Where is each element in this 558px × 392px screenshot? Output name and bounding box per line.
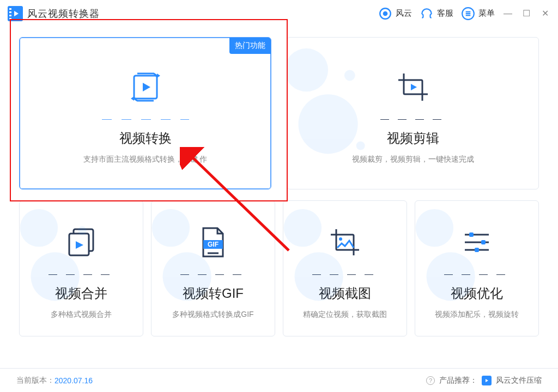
version-label: 当前版本： <box>16 376 54 385</box>
svg-point-12 <box>344 70 355 81</box>
recommend-link[interactable]: 风云文件压缩 <box>496 376 542 385</box>
menu-list-icon <box>461 7 475 21</box>
card-video-gif[interactable]: GIF 视频转GIF 多种视频格式转换成GIF <box>151 200 275 336</box>
decorative-bg <box>283 201 376 336</box>
footer: 当前版本： 2020.07.16 ? 产品推荐： 风云文件压缩 <box>0 368 558 392</box>
close-button[interactable]: ✕ <box>539 8 550 19</box>
card-desc: 支持市面主流视频格式转换，一键 作 <box>83 155 208 164</box>
card-video-optimize[interactable]: 视频优化 视频添加配乐，视频旋转 <box>415 200 539 336</box>
svg-point-1 <box>383 11 388 16</box>
menu-link[interactable]: 菜单 <box>461 7 495 21</box>
hot-badge: 热门功能 <box>229 38 271 54</box>
svg-marker-8 <box>157 74 160 78</box>
svg-marker-9 <box>131 96 134 101</box>
card-title: 视频剪辑 <box>387 130 439 147</box>
decorative-bg <box>151 201 244 336</box>
recommend-logo-icon <box>482 376 492 385</box>
edit-icon <box>394 63 432 112</box>
recommend-label: 产品推荐： <box>439 376 477 385</box>
help-icon[interactable]: ? <box>426 376 435 385</box>
svg-marker-15 <box>411 84 417 90</box>
svg-point-32 <box>427 252 475 301</box>
decorative-bg <box>415 201 508 336</box>
card-video-convert[interactable]: 热门功能 视频转换 支持市面主流视频格式转换，一键 作 <box>19 37 271 189</box>
support-label: 客服 <box>437 8 453 19</box>
app-title: 风云视频转换器 <box>27 7 100 20</box>
svg-point-17 <box>31 252 80 301</box>
svg-point-16 <box>20 209 58 247</box>
card-video-edit[interactable]: 视频剪辑 视频裁剪，视频剪辑，一键快速完成 <box>287 37 539 189</box>
menu-label: 菜单 <box>478 8 495 19</box>
svg-point-23 <box>163 252 211 301</box>
divider <box>102 119 189 120</box>
convert-icon <box>126 63 165 112</box>
decorative-bg <box>287 38 380 189</box>
support-link[interactable]: 客服 <box>420 7 453 21</box>
svg-point-28 <box>295 252 343 301</box>
svg-point-11 <box>298 94 357 154</box>
svg-point-13 <box>356 142 365 150</box>
svg-point-31 <box>416 209 453 247</box>
titlebar: 风云视频转换器 风云 客服 菜单 — ☐ ✕ <box>0 0 558 27</box>
brand-label: 风云 <box>396 8 412 19</box>
maximize-button[interactable]: ☐ <box>521 8 532 19</box>
decorative-bg <box>20 201 112 336</box>
card-video-screenshot[interactable]: 视频截图 精确定位视频，获取截图 <box>283 200 407 336</box>
svg-point-22 <box>152 209 190 247</box>
main-content: 热门功能 视频转换 支持市面主流视频格式转换，一键 作 <box>0 27 558 342</box>
headset-icon <box>420 7 434 21</box>
svg-point-18 <box>78 226 87 235</box>
version-value: 2020.07.16 <box>54 376 93 385</box>
svg-point-27 <box>284 209 322 247</box>
app-logo-icon <box>8 6 23 21</box>
card-video-merge[interactable]: 视频合并 多种格式视频合并 <box>19 200 143 336</box>
svg-marker-7 <box>143 83 150 91</box>
svg-point-10 <box>287 48 328 91</box>
minimize-button[interactable]: — <box>502 8 513 19</box>
target-icon <box>378 7 392 21</box>
brand-link[interactable]: 风云 <box>378 7 412 21</box>
divider <box>380 119 446 120</box>
card-title: 视频转换 <box>119 130 172 147</box>
